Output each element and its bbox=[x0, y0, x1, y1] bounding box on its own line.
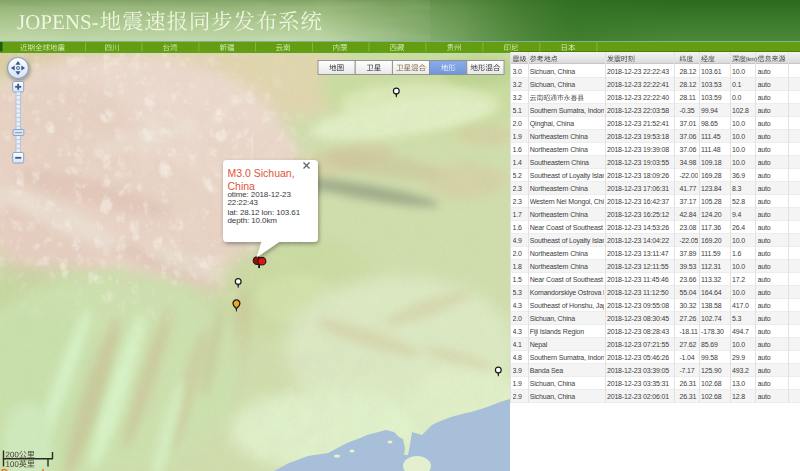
svg-text:Powered: Powered bbox=[1, 467, 45, 471]
svg-text:(km): (km) bbox=[746, 56, 758, 62]
